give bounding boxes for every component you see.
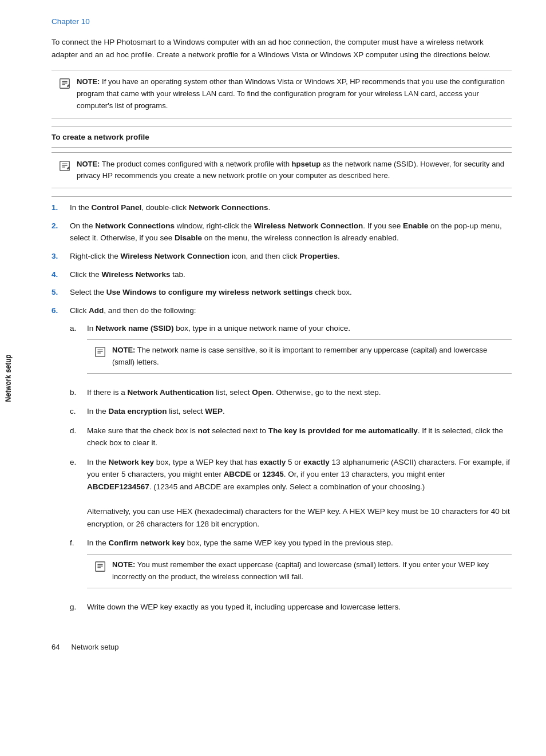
- substep-e-content: In the Network key box, type a WEP key t…: [87, 456, 512, 531]
- step-3-content: Right-click the Wireless Network Connect…: [70, 250, 512, 263]
- note-icon-2: [58, 160, 71, 174]
- substep-b-content: If there is a Network Authentication lis…: [87, 386, 512, 399]
- step-6: 6. Click Add, and then do the following:…: [52, 304, 512, 620]
- substep-e-letter: e.: [70, 456, 80, 531]
- note-2-text: The product comes configured with a netw…: [77, 160, 504, 180]
- step-4-num: 4.: [52, 268, 63, 281]
- divider-2: [52, 147, 512, 148]
- step-5-num: 5.: [52, 286, 63, 299]
- step-1-content: In the Control Panel, double-click Netwo…: [70, 201, 512, 214]
- note-icon-f: [94, 560, 106, 577]
- substep-b: b. If there is a Network Authentication …: [70, 386, 512, 399]
- substep-a-content: In Network name (SSID) box, type in a un…: [87, 322, 512, 379]
- note-1-label: NOTE:: [77, 77, 100, 86]
- substep-d: d. Make sure that the check box is not s…: [70, 425, 512, 449]
- note-icon-1: [58, 77, 71, 92]
- section-title: To create a network profile: [52, 133, 512, 141]
- note-sub-a-text: The network name is case sensitive, so i…: [112, 346, 487, 366]
- note-sub-a-content: NOTE: The network name is case sensitive…: [112, 345, 505, 369]
- note-sub-a-label: NOTE:: [112, 346, 135, 354]
- substep-a-letter: a.: [70, 322, 80, 379]
- note-1-content: NOTE: If you have an operating system ot…: [77, 76, 505, 112]
- note-sub-f-text: You must remember the exact uppercase (c…: [112, 560, 489, 581]
- substep-e: e. In the Network key box, type a WEP ke…: [70, 456, 512, 531]
- substep-a: a. In Network name (SSID) box, type in a…: [70, 322, 512, 379]
- note-sub-f: NOTE: You must remember the exact upperc…: [87, 554, 512, 588]
- divider-3: [52, 196, 512, 197]
- step-4-content: Click the Wireless Networks tab.: [70, 268, 512, 281]
- substep-g-content: Write down the WEP key exactly as you ty…: [87, 601, 512, 613]
- note-2-content: NOTE: The product comes configured with …: [77, 159, 505, 183]
- step-5: 5. Select the Use Windows to configure m…: [52, 286, 512, 299]
- note-sub-f-content: NOTE: You must remember the exact upperc…: [112, 559, 505, 583]
- svg-rect-8: [96, 347, 105, 357]
- note-sub-f-label: NOTE:: [112, 560, 135, 569]
- side-tab-label: Network setup: [5, 354, 13, 402]
- footer-page: 64: [52, 643, 60, 651]
- step-6-content: Click Add, and then do the following: a.…: [70, 304, 512, 620]
- step-2-content: On the Network Connections window, right…: [70, 220, 512, 244]
- note-1-text: If you have an operating system other th…: [77, 77, 505, 110]
- numbered-steps: 1. In the Control Panel, double-click Ne…: [52, 201, 512, 620]
- note-box-1: NOTE: If you have an operating system ot…: [52, 70, 512, 118]
- footer: 64 Network setup: [52, 643, 512, 651]
- intro-paragraph: To connect the HP Photosmart to a Window…: [52, 36, 512, 61]
- substep-d-letter: d.: [70, 425, 80, 449]
- svg-rect-12: [96, 562, 105, 572]
- note-box-2: NOTE: The product comes configured with …: [52, 152, 512, 189]
- chapter-header: Chapter 10: [52, 17, 512, 26]
- note-icon-a: [94, 346, 106, 362]
- footer-section: Network setup: [71, 643, 118, 651]
- step-4: 4. Click the Wireless Networks tab.: [52, 268, 512, 281]
- step-6-num: 6.: [52, 304, 63, 620]
- alpha-substeps: a. In Network name (SSID) box, type in a…: [70, 322, 512, 613]
- substep-c-content: In the Data encryption list, select WEP.: [87, 405, 512, 418]
- step-1: 1. In the Control Panel, double-click Ne…: [52, 201, 512, 214]
- step-2-num: 2.: [52, 220, 63, 244]
- substep-f-letter: f.: [70, 537, 80, 593]
- substep-c: c. In the Data encryption list, select W…: [70, 405, 512, 418]
- substep-b-letter: b.: [70, 386, 80, 399]
- step-3-num: 3.: [52, 250, 63, 263]
- divider-1: [52, 126, 512, 127]
- substep-g-letter: g.: [70, 601, 80, 613]
- note-2-label: NOTE:: [77, 160, 100, 168]
- substep-g: g. Write down the WEP key exactly as you…: [70, 601, 512, 613]
- step-1-num: 1.: [52, 201, 63, 214]
- step-2: 2. On the Network Connections window, ri…: [52, 220, 512, 244]
- substep-f-content: In the Confirm network key box, type the…: [87, 537, 512, 593]
- step-5-content: Select the Use Windows to configure my w…: [70, 286, 512, 299]
- substep-d-content: Make sure that the check box is not sele…: [87, 425, 512, 449]
- note-sub-a: NOTE: The network name is case sensitive…: [87, 339, 512, 374]
- substep-f: f. In the Confirm network key box, type …: [70, 537, 512, 593]
- substep-c-letter: c.: [70, 405, 80, 418]
- step-3: 3. Right-click the Wireless Network Conn…: [52, 250, 512, 263]
